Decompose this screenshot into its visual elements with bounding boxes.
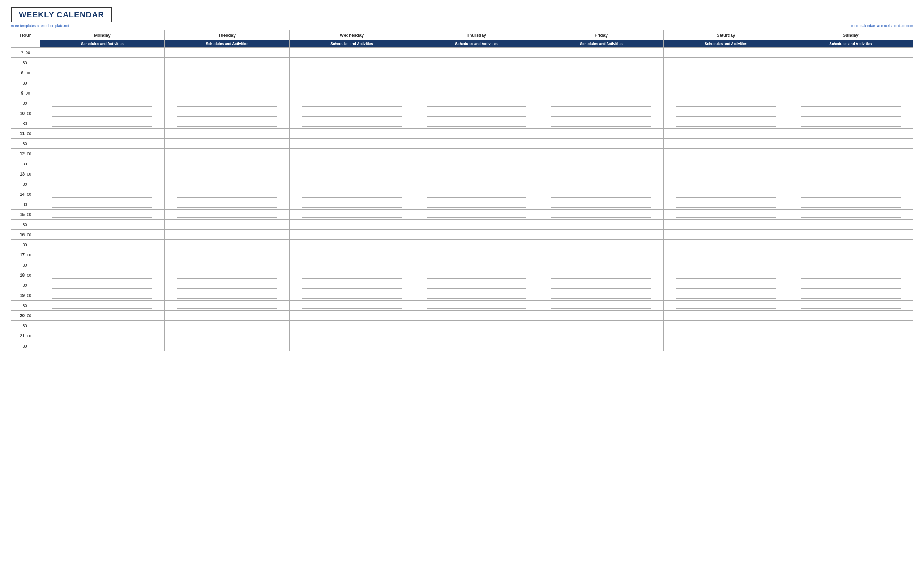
schedule-cell[interactable]: [165, 250, 290, 260]
schedule-cell[interactable]: [40, 341, 165, 351]
schedule-cell[interactable]: [664, 341, 788, 351]
schedule-cell[interactable]: [165, 260, 290, 270]
schedule-cell[interactable]: [788, 209, 913, 220]
schedule-cell[interactable]: [788, 108, 913, 118]
schedule-cell[interactable]: [290, 108, 414, 118]
schedule-cell[interactable]: [664, 331, 788, 341]
schedule-cell[interactable]: [664, 159, 788, 169]
schedule-cell[interactable]: [539, 169, 664, 179]
schedule-cell[interactable]: [414, 159, 539, 169]
schedule-cell[interactable]: [539, 270, 664, 280]
schedule-cell[interactable]: [165, 179, 290, 189]
schedule-cell[interactable]: [788, 240, 913, 250]
schedule-cell[interactable]: [788, 260, 913, 270]
schedule-cell[interactable]: [414, 108, 539, 118]
schedule-cell[interactable]: [165, 199, 290, 209]
schedule-cell[interactable]: [414, 149, 539, 159]
schedule-cell[interactable]: [664, 311, 788, 321]
schedule-cell[interactable]: [40, 179, 165, 189]
schedule-cell[interactable]: [414, 58, 539, 68]
schedule-cell[interactable]: [788, 230, 913, 240]
schedule-cell[interactable]: [290, 250, 414, 260]
schedule-cell[interactable]: [290, 331, 414, 341]
schedule-cell[interactable]: [414, 129, 539, 139]
schedule-cell[interactable]: [414, 321, 539, 331]
schedule-cell[interactable]: [539, 179, 664, 189]
schedule-cell[interactable]: [290, 270, 414, 280]
schedule-cell[interactable]: [664, 78, 788, 88]
schedule-cell[interactable]: [165, 88, 290, 98]
schedule-cell[interactable]: [664, 118, 788, 129]
schedule-cell[interactable]: [664, 98, 788, 108]
schedule-cell[interactable]: [788, 48, 913, 58]
schedule-cell[interactable]: [40, 230, 165, 240]
schedule-cell[interactable]: [664, 149, 788, 159]
schedule-cell[interactable]: [539, 311, 664, 321]
schedule-cell[interactable]: [788, 139, 913, 149]
schedule-cell[interactable]: [788, 341, 913, 351]
schedule-cell[interactable]: [788, 331, 913, 341]
schedule-cell[interactable]: [290, 179, 414, 189]
schedule-cell[interactable]: [414, 189, 539, 199]
schedule-cell[interactable]: [40, 159, 165, 169]
schedule-cell[interactable]: [788, 280, 913, 290]
schedule-cell[interactable]: [165, 209, 290, 220]
schedule-cell[interactable]: [165, 118, 290, 129]
schedule-cell[interactable]: [414, 48, 539, 58]
schedule-cell[interactable]: [40, 58, 165, 68]
schedule-cell[interactable]: [40, 260, 165, 270]
schedule-cell[interactable]: [788, 118, 913, 129]
schedule-cell[interactable]: [664, 48, 788, 58]
schedule-cell[interactable]: [290, 290, 414, 301]
schedule-cell[interactable]: [664, 139, 788, 149]
schedule-cell[interactable]: [788, 301, 913, 311]
schedule-cell[interactable]: [165, 139, 290, 149]
schedule-cell[interactable]: [290, 129, 414, 139]
schedule-cell[interactable]: [788, 129, 913, 139]
schedule-cell[interactable]: [539, 118, 664, 129]
schedule-cell[interactable]: [40, 250, 165, 260]
schedule-cell[interactable]: [290, 260, 414, 270]
schedule-cell[interactable]: [664, 250, 788, 260]
schedule-cell[interactable]: [539, 321, 664, 331]
schedule-cell[interactable]: [290, 189, 414, 199]
schedule-cell[interactable]: [165, 341, 290, 351]
schedule-cell[interactable]: [165, 98, 290, 108]
schedule-cell[interactable]: [539, 68, 664, 78]
schedule-cell[interactable]: [40, 240, 165, 250]
schedule-cell[interactable]: [539, 48, 664, 58]
schedule-cell[interactable]: [664, 108, 788, 118]
schedule-cell[interactable]: [165, 48, 290, 58]
schedule-cell[interactable]: [40, 169, 165, 179]
schedule-cell[interactable]: [788, 58, 913, 68]
schedule-cell[interactable]: [414, 220, 539, 230]
schedule-cell[interactable]: [664, 179, 788, 189]
schedule-cell[interactable]: [40, 209, 165, 220]
schedule-cell[interactable]: [414, 88, 539, 98]
schedule-cell[interactable]: [40, 149, 165, 159]
schedule-cell[interactable]: [788, 321, 913, 331]
schedule-cell[interactable]: [165, 189, 290, 199]
schedule-cell[interactable]: [664, 209, 788, 220]
schedule-cell[interactable]: [539, 88, 664, 98]
schedule-cell[interactable]: [788, 159, 913, 169]
schedule-cell[interactable]: [40, 48, 165, 58]
schedule-cell[interactable]: [664, 230, 788, 240]
schedule-cell[interactable]: [290, 199, 414, 209]
schedule-cell[interactable]: [539, 260, 664, 270]
link-left[interactable]: more templates at exceltemplate.net: [11, 24, 69, 28]
schedule-cell[interactable]: [165, 149, 290, 159]
schedule-cell[interactable]: [165, 129, 290, 139]
schedule-cell[interactable]: [539, 129, 664, 139]
schedule-cell[interactable]: [788, 189, 913, 199]
schedule-cell[interactable]: [664, 169, 788, 179]
schedule-cell[interactable]: [290, 118, 414, 129]
schedule-cell[interactable]: [664, 199, 788, 209]
schedule-cell[interactable]: [664, 68, 788, 78]
link-right[interactable]: more calendars at excelcalendars.com: [851, 24, 913, 28]
schedule-cell[interactable]: [40, 321, 165, 331]
schedule-cell[interactable]: [664, 260, 788, 270]
schedule-cell[interactable]: [290, 169, 414, 179]
schedule-cell[interactable]: [414, 250, 539, 260]
schedule-cell[interactable]: [290, 48, 414, 58]
